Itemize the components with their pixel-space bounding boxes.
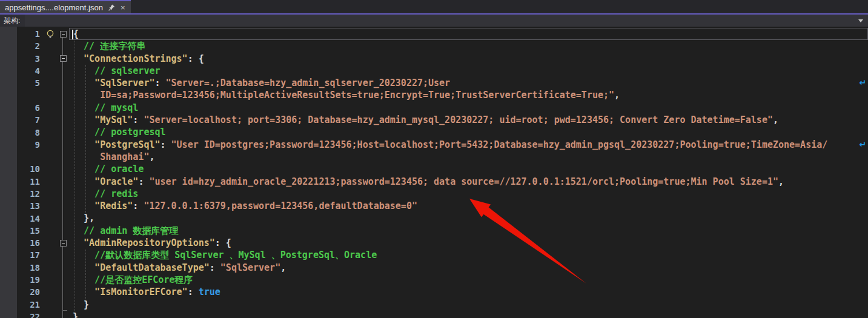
code-text: }	[69, 311, 78, 318]
line-number: 4	[17, 66, 44, 76]
line-number: 14	[17, 214, 44, 224]
text-caret	[72, 30, 73, 39]
code-text: // postgresql	[69, 126, 166, 138]
line-number: 10	[17, 164, 44, 174]
line-number: 5	[17, 78, 44, 88]
line-number: 6	[17, 103, 44, 113]
code-line[interactable]: 6 // mysql	[0, 102, 868, 114]
code-line[interactable]: Shanghai",	[0, 151, 868, 163]
code-text: "MySql": "Server=localhost; port=3306; D…	[69, 114, 778, 126]
line-number: 19	[17, 275, 44, 285]
code-text: "ConnectionStrings": {	[69, 53, 204, 65]
line-number: 2	[17, 41, 44, 51]
code-line[interactable]: 19 //是否监控EFCore程序	[0, 274, 868, 286]
fold-collapse-marker[interactable]	[60, 55, 67, 62]
tab-title: appsettings....elopment.json	[5, 3, 103, 12]
line-number: 1	[17, 29, 44, 39]
line-number: 8	[17, 128, 44, 137]
line-number: 22	[17, 312, 44, 318]
code-line[interactable]: 21 }	[0, 299, 868, 311]
close-icon[interactable]: ×	[121, 4, 125, 12]
code-text: },	[69, 212, 94, 224]
tab-appsettings[interactable]: appsettings....elopment.json ×	[0, 0, 131, 13]
line-number: 16	[17, 238, 44, 248]
schema-toolbar: 架构:	[0, 15, 868, 27]
pin-icon[interactable]	[108, 4, 116, 12]
code-line[interactable]: 22}	[0, 311, 868, 318]
schema-label: 架构:	[0, 16, 25, 26]
code-text: // admin 数据库管理	[69, 225, 178, 237]
line-number: 12	[17, 189, 44, 199]
lightbulb-icon[interactable]	[44, 29, 57, 39]
code-text: ID=sa;Password=123456;MultipleActiveResu…	[69, 89, 620, 101]
code-line[interactable]: 1{	[0, 28, 868, 40]
code-line[interactable]: 18 "DefaultDatabaseType": "SqlServer",	[0, 262, 868, 274]
code-text: // 连接字符串	[69, 40, 145, 52]
code-text: }	[69, 299, 89, 311]
chevron-down-icon	[858, 19, 863, 22]
code-line[interactable]: 20 "IsMonitorEFCore": true	[0, 286, 868, 298]
line-number: 18	[17, 263, 44, 273]
line-number: 20	[17, 287, 44, 297]
code-line[interactable]: 10 // oracle	[0, 163, 868, 175]
tab-bar: appsettings....elopment.json ×	[0, 0, 868, 15]
code-line[interactable]: ID=sa;Password=123456;MultipleActiveResu…	[0, 89, 868, 101]
fold-column	[57, 55, 69, 62]
fold-collapse-marker[interactable]	[60, 31, 67, 38]
line-number: 17	[17, 250, 44, 260]
code-text: {	[70, 28, 79, 40]
code-line[interactable]: 2 // 连接字符串	[0, 40, 868, 52]
code-text: // redis	[69, 188, 138, 200]
code-line[interactable]: 8 // postgresql	[0, 126, 868, 138]
code-line[interactable]: 3 "ConnectionStrings": {	[0, 53, 868, 65]
schema-combobox[interactable]	[25, 15, 868, 27]
fold-collapse-marker[interactable]	[60, 240, 67, 247]
line-number: 13	[17, 201, 44, 211]
line-number: 15	[17, 226, 44, 236]
code-text: "Redis": "127.0.0.1:6379,password=123456…	[69, 200, 417, 212]
code-area[interactable]: 1{2 // 连接字符串3 "ConnectionStrings": {4 //…	[0, 27, 868, 318]
word-wrap-icon: ↵	[859, 139, 866, 149]
code-line[interactable]: 14 },	[0, 212, 868, 224]
code-line[interactable]: 9 "PostgreSql": "User ID=postgres;Passwo…	[0, 139, 868, 151]
code-line[interactable]: 15 // admin 数据库管理	[0, 225, 868, 237]
code-text: "SqlServer": "Server=.;Database=hzy_admi…	[69, 77, 450, 89]
code-text: "PostgreSql": "User ID=postgres;Password…	[69, 139, 827, 151]
code-line[interactable]: 17 //默认数据库类型 SqlServer 、MySql 、PostgreSq…	[0, 249, 868, 261]
code-text: Shanghai",	[69, 151, 154, 163]
code-line[interactable]: 5 "SqlServer": "Server=.;Database=hzy_ad…	[0, 77, 868, 89]
line-number: 9	[17, 140, 44, 150]
code-text: // mysql	[69, 102, 138, 114]
code-text: //默认数据库类型 SqlServer 、MySql 、PostgreSql、O…	[69, 249, 377, 261]
fold-column	[57, 240, 69, 247]
code-text: //是否监控EFCore程序	[69, 274, 193, 286]
code-text: "AdminRepositoryOptions": {	[69, 237, 231, 249]
code-text: // sqlserver	[69, 65, 161, 77]
code-text: "DefaultDatabaseType": "SqlServer",	[69, 262, 286, 274]
code-line[interactable]: 13 "Redis": "127.0.0.1:6379,password=123…	[0, 200, 868, 212]
line-number: 11	[17, 177, 44, 187]
code-line[interactable]: 4 // sqlserver	[0, 65, 868, 77]
code-line[interactable]: 16 "AdminRepositoryOptions": {	[0, 237, 868, 249]
code-line[interactable]: 7 "MySql": "Server=localhost; port=3306;…	[0, 114, 868, 126]
line-number: 21	[17, 300, 44, 310]
code-text: "IsMonitorEFCore": true	[69, 286, 220, 298]
fold-column	[57, 31, 69, 38]
code-text: "Oracle": "user id=hzy_admin_oracle_2022…	[69, 176, 784, 188]
code-line[interactable]: 11 "Oracle": "user id=hzy_admin_oracle_2…	[0, 176, 868, 188]
word-wrap-icon: ↵	[859, 78, 866, 87]
code-editor[interactable]: 1{2 // 连接字符串3 "ConnectionStrings": {4 //…	[0, 27, 868, 318]
code-text: // oracle	[69, 163, 144, 175]
line-number: 3	[17, 54, 44, 64]
code-line[interactable]: 12 // redis	[0, 188, 868, 200]
line-number: 7	[17, 115, 44, 125]
